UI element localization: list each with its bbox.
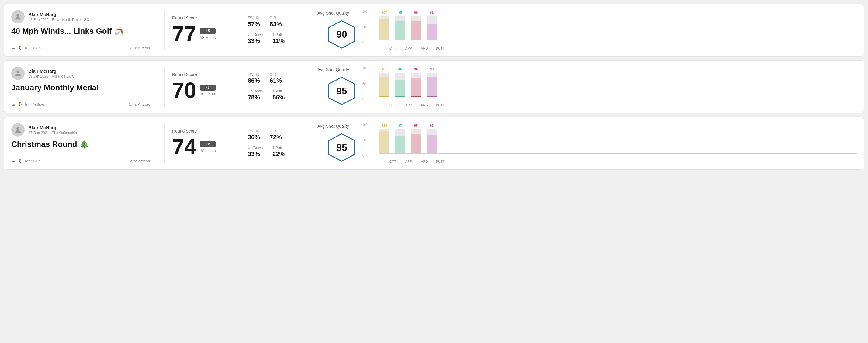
chart-section: 100 50 0 107 95 98 bbox=[366, 10, 857, 50]
round-title: 40 Mph Winds... Links Golf 🪃 bbox=[11, 27, 150, 36]
person-icon bbox=[14, 126, 22, 134]
person-icon bbox=[14, 69, 22, 77]
stat-fw-hit: FW Hit 57% bbox=[248, 16, 260, 28]
user-info: Blair McHarg 12 Feb 2022 · Royal North D… bbox=[11, 10, 150, 23]
quality-label: Avg Shot Quality bbox=[317, 67, 349, 72]
bar-group-ott: 107 bbox=[379, 16, 389, 40]
weather-icon: ☁ bbox=[11, 45, 16, 50]
footer-info: ☁ 🏌 Tee: Black Data: Arccos bbox=[11, 45, 150, 50]
avatar bbox=[11, 123, 25, 136]
user-info: Blair McHarg 29 Jan 2022 · Mill Ride GCC bbox=[11, 67, 150, 80]
avatar bbox=[11, 10, 25, 23]
score-label: Round Score bbox=[172, 72, 233, 77]
divider bbox=[164, 10, 165, 50]
chart-section: 100 50 0 101 86 96 bbox=[366, 67, 857, 107]
holes-label: 18 Holes bbox=[200, 92, 216, 96]
hexagon-value: 95 bbox=[336, 142, 347, 153]
round-title: Christmas Round 🎄 bbox=[11, 139, 150, 149]
person-icon bbox=[14, 12, 22, 21]
weather-icon: ☁ bbox=[11, 158, 16, 163]
hexagon-container: 95 bbox=[327, 76, 357, 106]
score-label: Round Score bbox=[172, 129, 233, 133]
avatar bbox=[11, 67, 25, 80]
divider2 bbox=[240, 67, 241, 107]
user-meta: 27 Dec 2021 · The Oxfordshire bbox=[28, 131, 78, 135]
stats-section: FW Hit 86% GIR 61% Up/Down 78% 1 Putt bbox=[248, 67, 303, 107]
data-source: Data: Arccos bbox=[127, 102, 150, 107]
score-label: Round Score bbox=[172, 15, 233, 20]
quality-label: Avg Shot Quality bbox=[317, 11, 349, 15]
bar-group-app: 87 bbox=[395, 129, 405, 154]
score-number: 74 bbox=[172, 136, 196, 158]
user-meta: 29 Jan 2022 · Mill Ride GCC bbox=[28, 74, 74, 79]
svg-point-4 bbox=[17, 127, 19, 130]
round-left-section: Blair McHarg 12 Feb 2022 · Royal North D… bbox=[11, 10, 157, 50]
bar-group-app: 95 bbox=[395, 16, 405, 40]
quality-section: Avg Shot Quality 95 bbox=[317, 67, 366, 107]
round-title: January Monthly Medal bbox=[11, 83, 150, 92]
svg-point-0 bbox=[17, 14, 19, 17]
bar-group-ott: 110 bbox=[379, 129, 389, 154]
bag-icon: 🏌 bbox=[17, 158, 23, 163]
chart-section: 100 50 0 110 87 95 bbox=[366, 123, 857, 163]
user-name: Blair McHarg bbox=[28, 68, 74, 73]
user-info: Blair McHarg 27 Dec 2021 · The Oxfordshi… bbox=[11, 123, 150, 136]
weather-icon: ☁ bbox=[11, 102, 16, 107]
divider2 bbox=[240, 123, 241, 163]
stat-gir: GIR 61% bbox=[270, 72, 282, 84]
hexagon-value: 90 bbox=[336, 29, 347, 40]
tee-label: Tee: Blue bbox=[24, 159, 41, 163]
divider3 bbox=[310, 67, 310, 107]
score-badge: +5 bbox=[200, 28, 216, 34]
hexagon-container: 95 bbox=[327, 132, 357, 163]
user-meta: 12 Feb 2022 · Royal North Devon GC bbox=[28, 18, 89, 22]
data-source: Data: Arccos bbox=[127, 159, 150, 163]
divider bbox=[164, 67, 165, 107]
bar-group-ott: 101 bbox=[379, 73, 389, 97]
user-name: Blair McHarg bbox=[28, 12, 89, 17]
round-card: Blair McHarg 29 Jan 2022 · Mill Ride GCC… bbox=[4, 60, 864, 113]
bar-group-putt: 82 bbox=[427, 16, 437, 40]
round-left-section: Blair McHarg 27 Dec 2021 · The Oxfordshi… bbox=[11, 123, 157, 163]
stat-one-putt: 1 Putt 56% bbox=[272, 89, 285, 101]
stat-updown: Up/Down 33% bbox=[248, 33, 263, 44]
divider3 bbox=[310, 10, 310, 50]
stat-gir: GIR 83% bbox=[270, 16, 282, 28]
bar-group-putt: 99 bbox=[427, 73, 437, 97]
score-section: Round Score 70 -2 18 Holes bbox=[172, 67, 233, 107]
stat-fw-hit: FW Hit 36% bbox=[248, 129, 260, 141]
hexagon-value: 95 bbox=[336, 86, 347, 97]
stat-updown: Up/Down 78% bbox=[248, 89, 263, 101]
divider bbox=[164, 123, 165, 163]
score-section: Round Score 77 +5 18 Holes bbox=[172, 10, 233, 50]
stats-section: FW Hit 57% GIR 83% Up/Down 33% 1 Putt bbox=[248, 10, 303, 50]
round-card: Blair McHarg 27 Dec 2021 · The Oxfordshi… bbox=[4, 117, 864, 170]
stats-section: FW Hit 36% GIR 72% Up/Down 33% 1 Putt bbox=[248, 123, 303, 163]
bag-icon: 🏌 bbox=[17, 45, 23, 50]
bar-group-app: 86 bbox=[395, 73, 405, 97]
bar-group-arg: 98 bbox=[411, 16, 421, 40]
hexagon-container: 90 bbox=[327, 19, 357, 50]
tee-label: Tee: Black bbox=[24, 45, 42, 50]
score-number: 77 bbox=[172, 23, 196, 45]
score-badge: +2 bbox=[200, 141, 216, 147]
quality-label: Avg Shot Quality bbox=[317, 124, 349, 129]
bar-group-arg: 96 bbox=[411, 73, 421, 97]
stat-one-putt: 1 Putt 11% bbox=[272, 33, 285, 44]
holes-label: 18 Holes bbox=[200, 35, 216, 40]
holes-label: 18 Holes bbox=[200, 148, 216, 153]
bar-group-arg: 95 bbox=[411, 129, 421, 154]
footer-info: ☁ 🏌 Tee: Blue Data: Arccos bbox=[11, 158, 150, 163]
svg-point-2 bbox=[17, 70, 19, 73]
tee-label: Tee: Yellow bbox=[24, 102, 44, 107]
round-left-section: Blair McHarg 29 Jan 2022 · Mill Ride GCC… bbox=[11, 67, 157, 107]
stat-fw-hit: FW Hit 86% bbox=[248, 72, 260, 84]
score-number: 70 bbox=[172, 80, 196, 101]
data-source: Data: Arccos bbox=[127, 45, 150, 50]
stat-one-putt: 1 Putt 22% bbox=[272, 146, 285, 157]
score-section: Round Score 74 +2 18 Holes bbox=[172, 123, 233, 163]
round-card: Blair McHarg 12 Feb 2022 · Royal North D… bbox=[4, 4, 864, 57]
bar-group-putt: 93 bbox=[427, 129, 437, 154]
score-badge: -2 bbox=[200, 85, 216, 91]
user-name: Blair McHarg bbox=[28, 125, 78, 130]
